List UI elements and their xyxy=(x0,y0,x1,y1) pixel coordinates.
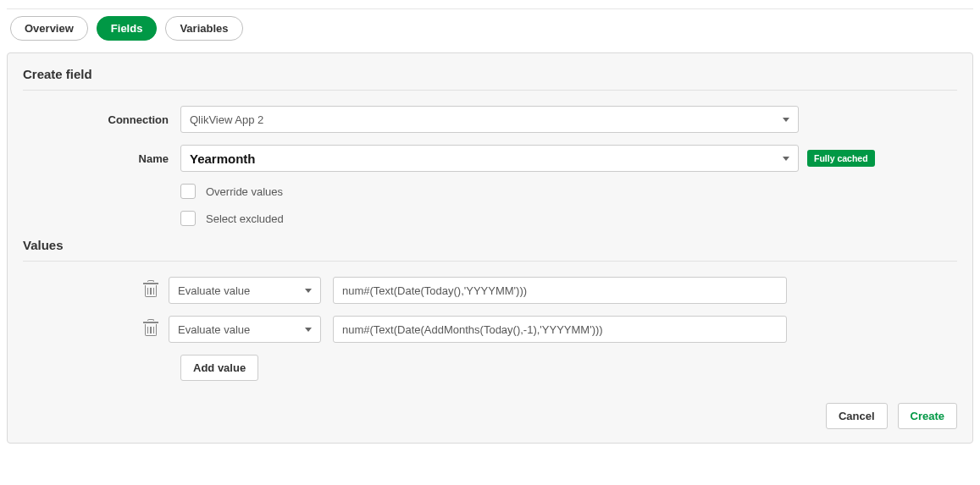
chevron-down-icon xyxy=(305,328,312,332)
name-label: Name xyxy=(23,152,180,165)
override-values-label: Override values xyxy=(206,185,283,198)
tabs: Overview Fields Variables xyxy=(7,16,973,41)
name-value: Yearmonth xyxy=(190,152,256,166)
value-mode-label: Evaluate value xyxy=(178,323,250,336)
value-expression-input[interactable] xyxy=(333,277,787,304)
select-excluded-checkbox[interactable] xyxy=(180,211,196,226)
tab-variables[interactable]: Variables xyxy=(165,16,242,41)
name-select[interactable]: Yearmonth xyxy=(180,145,799,172)
select-excluded-label: Select excluded xyxy=(206,212,284,225)
override-values-checkbox[interactable] xyxy=(180,184,196,199)
chevron-down-icon xyxy=(783,118,789,122)
value-row: Evaluate value xyxy=(23,316,957,343)
connection-value: QlikView App 2 xyxy=(190,113,263,126)
value-row: Evaluate value xyxy=(23,277,957,304)
value-mode-select[interactable]: Evaluate value xyxy=(169,316,321,343)
cancel-button[interactable]: Cancel xyxy=(826,403,888,429)
chevron-down-icon xyxy=(305,289,312,293)
create-field-panel: Create field Connection QlikView App 2 N… xyxy=(7,52,973,444)
trash-icon[interactable] xyxy=(145,322,157,336)
values-title: Values xyxy=(23,238,957,261)
add-value-button[interactable]: Add value xyxy=(180,355,258,381)
connection-label: Connection xyxy=(23,113,180,126)
value-expression-input[interactable] xyxy=(333,316,787,343)
tab-overview[interactable]: Overview xyxy=(10,16,88,41)
value-mode-label: Evaluate value xyxy=(178,284,250,297)
chevron-down-icon xyxy=(783,157,789,161)
trash-icon[interactable] xyxy=(145,284,157,297)
tab-fields[interactable]: Fields xyxy=(97,16,158,41)
panel-title: Create field xyxy=(23,67,957,90)
value-mode-select[interactable]: Evaluate value xyxy=(169,277,321,304)
cache-status-badge: Fully cached xyxy=(807,150,875,167)
connection-select[interactable]: QlikView App 2 xyxy=(180,106,799,133)
create-button[interactable]: Create xyxy=(898,403,957,429)
